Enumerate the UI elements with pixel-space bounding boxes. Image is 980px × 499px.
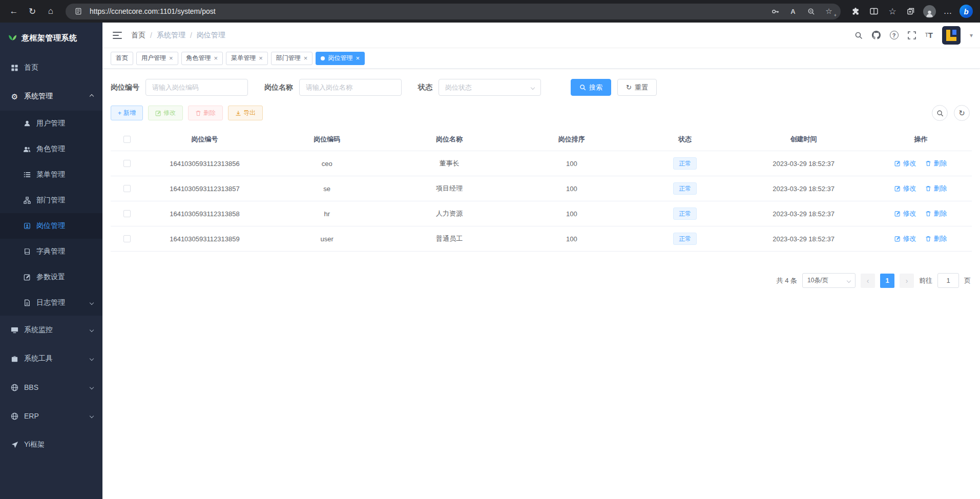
close-icon[interactable]: × bbox=[259, 55, 263, 61]
delete-link-label: 删除 bbox=[933, 234, 947, 243]
plus-icon: + bbox=[118, 110, 121, 117]
sidebar-item-parameters[interactable]: 参数设置 bbox=[0, 264, 102, 290]
extensions-icon[interactable] bbox=[847, 3, 864, 20]
table-header-row: 岗位编号 岗位编码 岗位名称 岗位排序 状态 创建时间 操作 bbox=[111, 128, 972, 151]
post-id-input[interactable] bbox=[152, 84, 241, 91]
export-button[interactable]: 导出 bbox=[228, 106, 263, 120]
row-checkbox[interactable] bbox=[123, 185, 131, 192]
tab-users[interactable]: 用户管理× bbox=[136, 52, 178, 65]
col-header-post-name: 岗位名称 bbox=[388, 135, 511, 144]
zoom-out-icon[interactable] bbox=[804, 5, 818, 18]
next-page-button[interactable]: › bbox=[900, 274, 914, 288]
back-icon[interactable]: ← bbox=[5, 3, 23, 20]
sidebar-toggle-icon[interactable] bbox=[113, 32, 122, 39]
status-badge: 正常 bbox=[673, 233, 697, 245]
font-size-icon[interactable]: TT bbox=[925, 31, 933, 39]
user-avatar[interactable] bbox=[942, 26, 961, 45]
reset-button[interactable]: ↻ 重置 bbox=[617, 79, 657, 96]
goto-page-input[interactable] bbox=[937, 273, 959, 288]
sidebar-item-menus[interactable]: 菜单管理 bbox=[0, 162, 102, 188]
add-favorite-icon[interactable]: ☆+ bbox=[822, 5, 836, 18]
row-edit-link[interactable]: 修改 bbox=[894, 184, 916, 193]
sidebar-item-dictionary[interactable]: 字典管理 bbox=[0, 239, 102, 264]
sidebar-item-label: 首页 bbox=[24, 63, 38, 72]
header-search-icon[interactable] bbox=[854, 31, 863, 39]
close-icon[interactable]: × bbox=[214, 55, 218, 61]
page-size-select[interactable]: 10条/页 bbox=[802, 273, 856, 288]
delete-button[interactable]: 删除 bbox=[188, 106, 223, 120]
sidebar-item-home[interactable]: 首页 bbox=[0, 53, 102, 82]
sidebar-item-system[interactable]: ⚙ 系统管理 bbox=[0, 82, 102, 111]
reload-icon[interactable]: ↻ bbox=[24, 3, 41, 20]
prev-page-button[interactable]: ‹ bbox=[861, 274, 875, 288]
site-info-icon[interactable] bbox=[72, 5, 85, 18]
row-checkbox[interactable] bbox=[123, 235, 131, 242]
post-id-input-wrap bbox=[145, 79, 248, 96]
sidebar-item-users[interactable]: 用户管理 bbox=[0, 111, 102, 136]
row-delete-link[interactable]: 删除 bbox=[925, 184, 947, 193]
browser-menu-icon[interactable]: … bbox=[939, 3, 956, 20]
help-icon[interactable]: ? bbox=[890, 31, 899, 39]
favorites-icon[interactable]: ☆ bbox=[884, 3, 901, 20]
add-button[interactable]: + 新增 bbox=[111, 106, 143, 120]
row-edit-link[interactable]: 修改 bbox=[894, 209, 916, 218]
sidebar-item-erp[interactable]: ERP bbox=[0, 402, 102, 430]
sidebar-item-roles[interactable]: 角色管理 bbox=[0, 136, 102, 162]
close-icon[interactable]: × bbox=[304, 55, 308, 61]
tab-posts-active[interactable]: 岗位管理× bbox=[316, 52, 365, 65]
row-delete-link[interactable]: 删除 bbox=[925, 209, 947, 218]
tab-menus[interactable]: 菜单管理× bbox=[226, 52, 268, 65]
row-checkbox[interactable] bbox=[123, 160, 131, 167]
browser-profile-avatar[interactable] bbox=[921, 3, 938, 20]
fullscreen-icon[interactable] bbox=[908, 31, 916, 39]
collections-icon[interactable] bbox=[902, 3, 920, 20]
password-key-icon[interactable] bbox=[768, 5, 782, 18]
col-header-status: 状态 bbox=[633, 135, 737, 144]
split-screen-icon[interactable] bbox=[865, 3, 883, 20]
bing-icon[interactable]: b bbox=[957, 3, 975, 20]
page-1-button[interactable]: 1 bbox=[880, 274, 894, 288]
browser-home-icon[interactable]: ⌂ bbox=[42, 3, 59, 20]
col-header-created: 创建时间 bbox=[737, 135, 870, 144]
cell-post-code: se bbox=[266, 185, 388, 193]
status-select[interactable]: 岗位状态 bbox=[439, 79, 541, 96]
sidebar-item-tools[interactable]: 系统工具 bbox=[0, 344, 102, 373]
sidebar-item-yi-framework[interactable]: Yi框架 bbox=[0, 430, 102, 459]
url-text[interactable]: https://ccnetcore.com:1101/system/post bbox=[90, 7, 764, 15]
post-name-input[interactable] bbox=[306, 84, 395, 91]
row-checkbox[interactable] bbox=[123, 210, 131, 217]
github-icon[interactable] bbox=[872, 31, 881, 39]
page-size-value: 10条/页 bbox=[807, 276, 828, 285]
close-icon[interactable]: × bbox=[169, 55, 173, 61]
tab-departments[interactable]: 部门管理× bbox=[271, 52, 313, 65]
address-bar[interactable]: https://ccnetcore.com:1101/system/post A… bbox=[66, 4, 841, 19]
breadcrumb-home[interactable]: 首页 bbox=[131, 31, 145, 40]
col-header-post-id: 岗位编号 bbox=[143, 135, 266, 144]
edit-link-label: 修改 bbox=[903, 159, 916, 168]
sidebar-item-monitoring[interactable]: 系统监控 bbox=[0, 316, 102, 344]
select-all-checkbox[interactable] bbox=[123, 136, 131, 143]
cell-created: 2023-03-29 18:52:37 bbox=[737, 160, 870, 168]
table-row: 1641030593112313856 ceo 董事长 100 正常 2023-… bbox=[111, 151, 972, 176]
sidebar-item-posts[interactable]: 岗位管理 bbox=[0, 213, 102, 239]
sidebar-item-logs[interactable]: 日志管理 bbox=[0, 290, 102, 316]
sidebar-item-departments[interactable]: 部门管理 bbox=[0, 188, 102, 213]
tab-roles[interactable]: 角色管理× bbox=[181, 52, 223, 65]
col-header-post-code: 岗位编码 bbox=[266, 135, 388, 144]
read-aloud-icon[interactable]: A bbox=[786, 5, 800, 18]
status-badge: 正常 bbox=[673, 207, 697, 220]
cell-post-name: 人力资源 bbox=[388, 209, 511, 218]
refresh-table-icon[interactable]: ↻ bbox=[954, 105, 970, 121]
avatar-caret-icon[interactable]: ▾ bbox=[970, 32, 973, 39]
search-button[interactable]: 搜索 bbox=[571, 79, 611, 96]
sidebar-item-bbs[interactable]: BBS bbox=[0, 373, 102, 402]
row-edit-link[interactable]: 修改 bbox=[894, 234, 916, 243]
tab-home[interactable]: 首页 bbox=[111, 52, 133, 65]
row-delete-link[interactable]: 删除 bbox=[925, 159, 947, 168]
close-icon[interactable]: × bbox=[356, 55, 360, 61]
cell-post-code: hr bbox=[266, 210, 388, 218]
toggle-search-icon[interactable] bbox=[932, 105, 948, 121]
row-edit-link[interactable]: 修改 bbox=[894, 159, 916, 168]
row-delete-link[interactable]: 删除 bbox=[925, 234, 947, 243]
edit-button[interactable]: 修改 bbox=[148, 106, 183, 120]
